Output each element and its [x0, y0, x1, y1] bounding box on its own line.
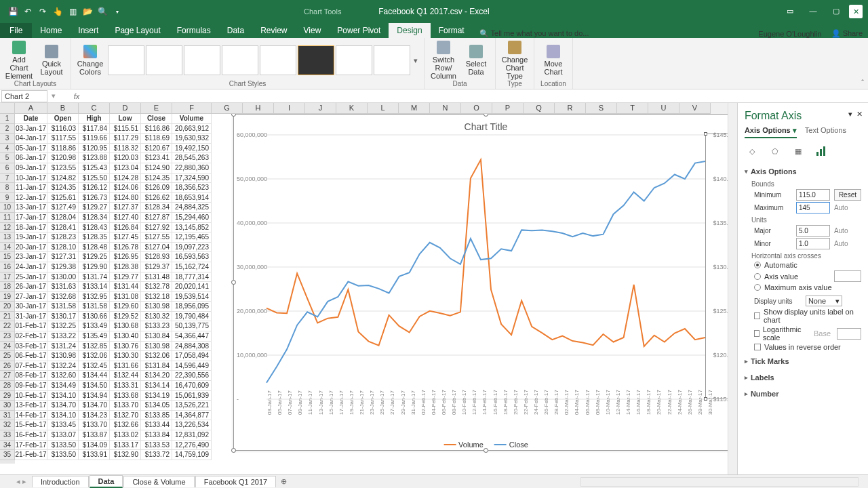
minor-input[interactable]	[796, 238, 830, 249]
radio-max-axis[interactable]: Maximum axis value	[754, 283, 861, 291]
effects-icon[interactable]: ⬠	[768, 144, 783, 159]
labels-section[interactable]: Labels	[745, 371, 861, 384]
col-header[interactable]: L	[368, 103, 399, 114]
secondary-axis-selected[interactable]	[705, 134, 728, 399]
col-header[interactable]: J	[305, 103, 336, 114]
style-thumb-selected[interactable]	[298, 45, 334, 75]
col-header[interactable]: M	[399, 103, 430, 114]
touch-icon[interactable]: 👆	[50, 4, 65, 19]
quick-layout-button[interactable]: Quick Layout	[37, 41, 66, 80]
close-icon[interactable]: ✕	[849, 5, 863, 18]
style-thumb[interactable]	[374, 45, 410, 75]
sheet-nav-icon[interactable]: ◂ ▸	[16, 477, 26, 486]
tab-review[interactable]: Review	[252, 23, 295, 38]
style-thumb[interactable]	[108, 45, 144, 75]
tab-insert[interactable]: Insert	[70, 23, 106, 38]
sheet-tab-introduction[interactable]: Introduction	[32, 476, 88, 487]
style-thumb[interactable]	[222, 45, 258, 75]
user-name[interactable]: Eugene O'Loughlin	[758, 30, 821, 38]
tab-home[interactable]: Home	[32, 23, 70, 38]
qat-more-icon[interactable]: ▾	[110, 4, 125, 19]
plot-area[interactable]	[267, 135, 705, 399]
col-header[interactable]: Q	[524, 103, 555, 114]
col-header[interactable]: N	[430, 103, 461, 114]
tab-design[interactable]: Design	[389, 23, 430, 38]
col-header[interactable]: F	[172, 103, 212, 114]
col-header[interactable]: T	[617, 103, 648, 114]
col-header[interactable]: G	[212, 103, 243, 114]
chart-styles-gallery[interactable]: ▾	[108, 45, 420, 75]
gallery-more-icon[interactable]: ▾	[412, 56, 420, 65]
open-icon[interactable]: 📂	[80, 4, 95, 19]
fill-icon[interactable]: ◇	[745, 144, 760, 159]
text-options-tab[interactable]: Text Options	[805, 126, 846, 138]
col-header[interactable]: I	[274, 103, 305, 114]
tab-file[interactable]: File	[0, 23, 32, 38]
col-header[interactable]: R	[555, 103, 586, 114]
col-header[interactable]: S	[586, 103, 617, 114]
sheet-tab-data[interactable]: Data	[90, 475, 123, 488]
maximize-icon[interactable]: ▢	[826, 5, 846, 17]
add-sheet-button[interactable]: ⊕	[277, 477, 290, 486]
switch-row-col-button[interactable]: Switch Row/ Column	[429, 41, 458, 80]
save-icon[interactable]: 💾	[5, 4, 20, 19]
tab-formulas[interactable]: Formulas	[169, 23, 219, 38]
tab-data[interactable]: Data	[219, 23, 252, 38]
tab-view[interactable]: View	[296, 23, 330, 38]
name-box[interactable]	[1, 90, 47, 102]
pane-close-icon[interactable]: ✕	[856, 110, 863, 119]
select-data-button[interactable]: Select Data	[461, 41, 491, 80]
col-header[interactable]: B	[47, 103, 79, 114]
redo-icon[interactable]: ↷	[35, 4, 50, 19]
style-thumb[interactable]	[336, 45, 372, 75]
axis-options-section[interactable]: Axis Options	[745, 165, 861, 178]
log-scale-check[interactable]: Logarithmic scaleBase	[754, 325, 861, 342]
new-icon[interactable]: ▥	[65, 4, 80, 19]
fx-icon[interactable]: fx	[71, 92, 83, 100]
radio-axis-value[interactable]: Axis value	[754, 270, 861, 282]
tell-me-input[interactable]: 🔍 Tell me what you want to do...	[479, 29, 589, 38]
col-header[interactable]: H	[243, 103, 274, 114]
size-icon[interactable]: ▦	[791, 144, 806, 159]
tab-format[interactable]: Format	[431, 23, 473, 38]
major-input[interactable]	[796, 225, 830, 237]
col-header[interactable]: U	[648, 103, 679, 114]
pane-options-icon[interactable]: ▾	[848, 110, 852, 119]
collapse-ribbon-icon[interactable]: ˆ	[861, 79, 864, 87]
chart-object[interactable]: Chart Title -10,000,00020,000,00030,000,…	[233, 114, 728, 451]
preview-icon[interactable]: 🔍	[95, 4, 110, 19]
undo-icon[interactable]: ↶	[20, 4, 35, 19]
move-chart-button[interactable]: Move Chart	[538, 41, 568, 80]
select-all-corner[interactable]	[0, 103, 15, 114]
change-colors-button[interactable]: Change Colors	[75, 41, 105, 80]
vertical-scrollbar[interactable]	[728, 103, 737, 474]
min-input[interactable]	[796, 189, 830, 201]
col-header[interactable]: C	[79, 103, 110, 114]
reverse-check[interactable]: Values in reverse order	[754, 343, 861, 351]
style-thumb[interactable]	[184, 45, 220, 75]
style-thumb[interactable]	[146, 45, 182, 75]
share-button[interactable]: 👤 Share	[831, 29, 863, 38]
axis-icon[interactable]	[814, 144, 829, 159]
sheet-tab-close-volume[interactable]: Close & Volume	[123, 476, 194, 487]
axis-options-tab[interactable]: Axis Options ▾	[745, 126, 797, 138]
reset-min-button[interactable]: Reset	[834, 189, 861, 201]
change-chart-type-button[interactable]: Change Chart Type	[500, 41, 530, 80]
col-header[interactable]: A	[15, 103, 47, 114]
sheet-tab-facebook[interactable]: Facebook Q1 2017	[195, 476, 277, 487]
chart-legend[interactable]: Volume Close	[443, 441, 528, 449]
col-header[interactable]: V	[679, 103, 711, 114]
col-header[interactable]: O	[461, 103, 492, 114]
name-box-dropdown-icon[interactable]: ▾	[49, 92, 58, 100]
radio-automatic[interactable]: Automatic	[754, 261, 861, 269]
display-units-select[interactable]: None▾	[806, 296, 842, 306]
number-section[interactable]: Number	[745, 388, 861, 400]
col-header[interactable]: P	[492, 103, 524, 114]
tick-marks-section[interactable]: Tick Marks	[745, 355, 861, 367]
horizontal-scrollbar[interactable]	[580, 477, 859, 487]
max-input[interactable]	[796, 202, 830, 214]
col-header[interactable]: E	[141, 103, 172, 114]
formula-input[interactable]	[83, 90, 868, 102]
style-thumb[interactable]	[260, 45, 296, 75]
tab-power-pivot[interactable]: Power Pivot	[329, 23, 389, 38]
